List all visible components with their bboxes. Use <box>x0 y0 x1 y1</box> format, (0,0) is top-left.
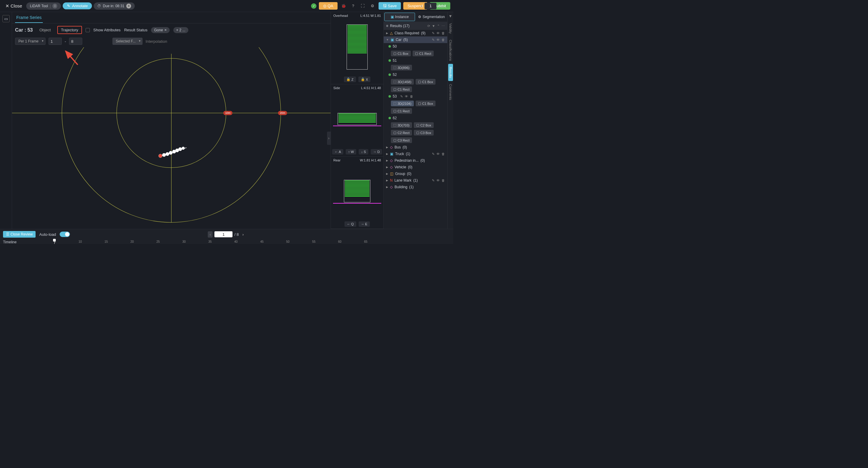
edit-icon[interactable]: ✎ <box>432 31 435 35</box>
chip-3d-1458[interactable]: ⬚ 3D(1458) <box>391 79 414 85</box>
frame-prev[interactable]: ‹ <box>208 231 213 238</box>
instance-51[interactable]: 51 <box>384 57 447 64</box>
pause-icon[interactable]: ⏸ <box>126 4 131 8</box>
settings-icon[interactable]: ⚙ <box>369 2 376 10</box>
playhead[interactable] <box>54 239 55 244</box>
key-q[interactable]: ← Q <box>344 221 356 227</box>
filter-icon[interactable]: ▼ <box>432 24 435 28</box>
close-review-button[interactable]: ☰ Close Review <box>3 231 36 238</box>
edit-icon[interactable]: ✎ <box>432 38 435 42</box>
instance-53[interactable]: 53 ✎👁🗑 <box>384 93 447 100</box>
rear-canvas[interactable] <box>331 164 383 220</box>
refresh-icon[interactable]: ⟳ <box>427 24 430 28</box>
chip-c3box[interactable]: ▢ C3 Box <box>414 130 434 136</box>
edit-icon[interactable]: ✎ <box>432 178 435 182</box>
object-tab[interactable]: Object <box>36 27 54 33</box>
key-s[interactable]: ↓ S <box>359 149 368 155</box>
chip-3d-896[interactable]: ⬚ 3D(896) <box>391 65 412 70</box>
page-input[interactable] <box>425 3 437 9</box>
tree-class-required[interactable]: ▶ △ Class Required (9) ✎👁🗑 <box>384 30 447 36</box>
frame-input[interactable] <box>215 231 233 237</box>
instance-52[interactable]: 52 <box>384 71 447 78</box>
eye-icon[interactable]: 👁 <box>436 38 440 42</box>
more-icon[interactable]: ⋯ <box>441 24 445 28</box>
trash-icon[interactable]: 🗑 <box>441 31 445 35</box>
tree-building[interactable]: ▶◇Building(1) <box>384 184 447 190</box>
chip-c3rect[interactable]: ▢ C3 Rect <box>391 137 412 143</box>
instance-50[interactable]: 50 <box>384 43 447 50</box>
rail-tool-1[interactable]: ▭ <box>2 15 10 22</box>
tree-lane-mark[interactable]: ▶NLane Mark(1) ✎👁🗑 <box>384 177 447 184</box>
eye-icon[interactable]: 👁 <box>436 152 440 156</box>
trash-icon[interactable]: 🗑 <box>441 152 445 156</box>
tree-truck[interactable]: ▶▣Truck(1) ✎👁🗑 <box>384 151 447 157</box>
overhead-canvas[interactable] <box>331 19 383 75</box>
tree-bus[interactable]: ▶◇Bus(0) <box>384 144 447 151</box>
key-e[interactable]: → E <box>359 221 370 227</box>
timeline-track[interactable]: 510 1520 2530 3540 4550 5560 65 <box>54 239 450 244</box>
frame-next[interactable]: › <box>241 231 245 238</box>
show-attributes-checkbox[interactable] <box>86 28 90 32</box>
chip-c2box[interactable]: ▢ C2 Box <box>414 122 434 128</box>
expand-handle[interactable]: › <box>327 132 331 145</box>
per-frame-dropdown[interactable]: Per 1 Frame <box>15 38 45 45</box>
tab-instance[interactable]: ▣ Instance <box>384 13 415 21</box>
chip-c1box[interactable]: ▢ C1 Box <box>391 51 411 56</box>
edit-icon[interactable]: ✎ <box>432 152 435 156</box>
qa-button[interactable]: ◎ QA <box>319 2 338 10</box>
chevron-left-icon[interactable]: ‹ <box>421 4 422 8</box>
chip-3d-703[interactable]: ⬚ 3D(703) <box>391 122 412 128</box>
tree-pedestrian[interactable]: ▶◇Pedestrian in...(0) <box>384 157 447 164</box>
eye-icon[interactable]: 👁 <box>436 31 440 35</box>
annotate-button[interactable]: ✎ Annotate <box>63 2 92 9</box>
key-lock-z[interactable]: 🔒 Z <box>344 76 356 82</box>
trash-icon[interactable]: 🗑 <box>441 38 445 42</box>
chip-close-icon[interactable]: ✕ <box>164 28 167 32</box>
tab-segmentation[interactable]: ⚙ Segmentation <box>415 12 447 22</box>
fullscreen-icon[interactable]: ⛶ <box>359 2 367 10</box>
range-end-input[interactable] <box>69 38 82 45</box>
eye-icon[interactable]: 👁 <box>405 95 408 98</box>
bug-icon[interactable]: 🐞 <box>340 2 347 10</box>
status-chip-gone[interactable]: Gone ✕ <box>151 27 169 33</box>
chevron-right-icon[interactable]: › <box>446 4 447 8</box>
side-canvas[interactable] <box>331 92 383 147</box>
tool-pill[interactable]: LiDAR Tool | i <box>26 2 61 10</box>
key-d[interactable]: → D <box>371 149 382 155</box>
chip-c1box-52[interactable]: ▢ C1 Box <box>415 79 435 85</box>
auto-load-toggle[interactable] <box>60 232 70 237</box>
close-button[interactable]: ✕ Close <box>3 2 24 10</box>
range-start-input[interactable] <box>49 38 62 45</box>
save-button[interactable]: 🖫 Save <box>378 2 401 10</box>
chip-c1rect[interactable]: ▢ C1 Rect <box>412 51 434 56</box>
selected-frame-dropdown[interactable]: Selected F... <box>113 38 143 45</box>
status-chip-more[interactable]: + 2 ... <box>173 27 188 33</box>
chip-3d-2104[interactable]: ⬚ 3D(2104) <box>391 101 414 106</box>
tree-car[interactable]: ▼ ▣ Car (5) ✎👁🗑 <box>384 36 447 43</box>
key-w[interactable]: ↑ W <box>346 149 356 155</box>
trash-icon[interactable]: 🗑 <box>410 95 413 98</box>
tree-vehicle[interactable]: ▶◇Vehicle(0) <box>384 164 447 170</box>
instance-62[interactable]: 62 <box>384 115 447 121</box>
info-icon[interactable]: i <box>53 4 57 8</box>
help-icon[interactable]: ? <box>350 2 357 10</box>
key-a[interactable]: ← A <box>332 149 343 155</box>
trash-icon[interactable]: 🗑 <box>441 178 445 182</box>
chip-c1rect-53[interactable]: ▢ C1 Rect <box>391 108 412 114</box>
chip-c2rect[interactable]: ▢ C2 Rect <box>391 130 412 136</box>
eye-icon[interactable]: 👁 <box>436 178 440 182</box>
vtab-comments[interactable]: Comments <box>448 81 453 103</box>
chip-c1box-53[interactable]: ▢ C1 Box <box>415 101 435 106</box>
key-lock-x[interactable]: 🔒 X <box>358 76 370 82</box>
collapse-icon[interactable]: ⌃ <box>437 24 440 28</box>
edit-icon[interactable]: ✎ <box>400 95 403 98</box>
vtab-classifications[interactable]: Classifications <box>448 37 453 64</box>
trajectory-viewport[interactable]: 10m 20m › <box>12 47 331 229</box>
vtab-validity[interactable]: Validity <box>448 20 453 37</box>
vtab-results[interactable]: Results <box>448 64 453 81</box>
chip-c1rect-52[interactable]: ▢ C1 Rect <box>391 87 412 92</box>
filter-funnel-icon[interactable]: ▼ <box>447 12 453 20</box>
trajectory-tab[interactable]: Trajectory <box>57 26 82 34</box>
tree-group[interactable]: ▶◫Group(0) <box>384 170 447 177</box>
tab-frame-series[interactable]: Frame Series <box>15 13 43 23</box>
